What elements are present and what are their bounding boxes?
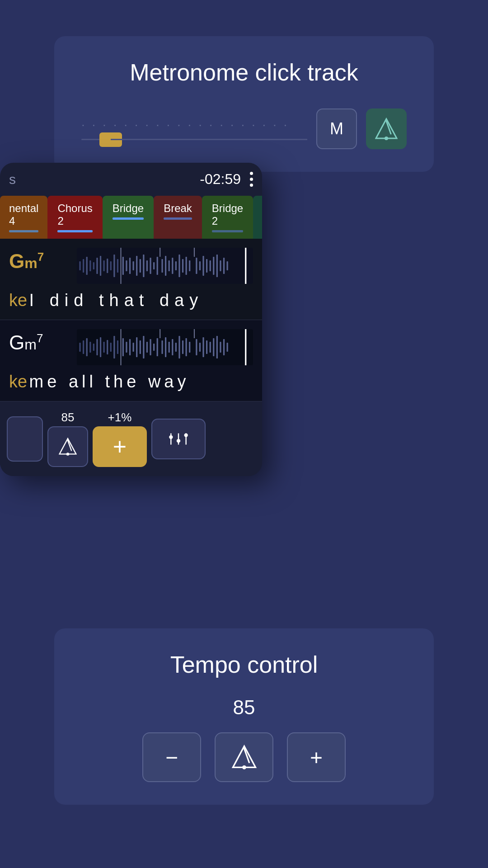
svg-rect-79	[178, 336, 180, 359]
more-dot-3	[250, 184, 253, 187]
svg-rect-33	[178, 255, 180, 277]
svg-rect-56	[103, 342, 105, 353]
m-button-label: M	[330, 119, 343, 138]
svg-rect-49	[79, 343, 80, 352]
metronome-small-icon	[59, 437, 77, 457]
tab-bridge2[interactable]: Bridge 2	[202, 196, 253, 239]
mixer-button[interactable]	[151, 419, 206, 459]
svg-rect-9	[100, 256, 101, 276]
add-btn-group: +1% +	[93, 410, 147, 467]
svg-rect-11	[107, 259, 108, 273]
svg-point-106	[242, 765, 246, 769]
waveform-svg-1	[77, 248, 253, 284]
tab-break[interactable]: Break	[154, 196, 202, 239]
svg-rect-53	[93, 344, 94, 351]
more-button[interactable]	[250, 172, 253, 187]
chord-label-1: Gm7	[9, 250, 44, 272]
svg-rect-23	[146, 260, 148, 271]
metronome-panel: Metronome click track · · · · · · · · · …	[54, 36, 434, 172]
svg-rect-14	[117, 259, 118, 273]
svg-rect-24	[150, 258, 151, 274]
tempo-value: 85	[81, 696, 407, 719]
svg-rect-82	[189, 342, 190, 353]
svg-rect-47	[227, 261, 228, 270]
metronome-slider-container: · · · · · · · · · · · · · · · · · · · ·	[81, 118, 307, 140]
svg-rect-32	[175, 261, 177, 270]
svg-rect-22	[143, 255, 144, 277]
svg-rect-6	[89, 260, 91, 271]
svg-rect-50	[83, 340, 84, 354]
tab-instrumental4[interactable]: nental 4	[0, 196, 47, 239]
svg-point-103	[184, 433, 188, 437]
m-button[interactable]: M	[316, 108, 357, 149]
svg-rect-40	[202, 256, 204, 276]
player-bottom-controls: 85 +1% +	[0, 401, 262, 476]
add-icon: +	[113, 433, 127, 460]
tempo-metronome-button[interactable]	[215, 732, 273, 782]
left-spacer-btn[interactable]	[7, 416, 43, 462]
svg-rect-60	[117, 340, 118, 354]
svg-rect-30	[169, 260, 170, 271]
tempo-title: Tempo control	[81, 651, 407, 678]
tab-chorus2[interactable]: Chorus 2	[47, 196, 102, 239]
svg-rect-34	[182, 259, 183, 273]
player-panel: s -02:59 nental 4 Chorus 2 Bridge Break …	[0, 163, 262, 476]
tempo-metronome-icon	[232, 744, 257, 771]
svg-rect-10	[103, 260, 105, 271]
svg-rect-52	[89, 342, 91, 353]
tab-outro[interactable]: Outro	[253, 196, 262, 239]
svg-rect-84	[196, 339, 197, 355]
svg-rect-26	[157, 257, 158, 275]
svg-rect-18	[129, 258, 131, 274]
mixer-icon	[167, 429, 190, 449]
svg-rect-46	[223, 258, 225, 274]
svg-rect-51	[86, 338, 88, 356]
metronome-small-btn[interactable]	[47, 426, 88, 467]
svg-rect-75	[165, 337, 166, 357]
track-row-2: Gm7	[0, 320, 262, 401]
tab-instrumental4-bar	[9, 230, 38, 232]
svg-rect-69	[146, 342, 148, 353]
svg-rect-65	[133, 343, 134, 352]
tab-bridge[interactable]: Bridge	[103, 196, 154, 239]
svg-rect-74	[161, 340, 163, 354]
svg-rect-78	[175, 343, 177, 352]
svg-rect-41	[206, 259, 207, 273]
tempo-minus-button[interactable]: −	[142, 732, 201, 782]
tempo-controls: − +	[81, 732, 407, 782]
svg-rect-16	[122, 257, 124, 275]
lyrics-2: ke me all the way	[9, 372, 253, 392]
svg-rect-57	[107, 340, 108, 354]
svg-rect-25	[153, 262, 155, 269]
metronome-title: Metronome click track	[81, 59, 407, 86]
svg-rect-28	[161, 259, 163, 273]
chord-label-2: Gm7	[9, 331, 43, 354]
svg-rect-58	[110, 343, 112, 352]
tempo-small-value: 85	[61, 410, 75, 425]
tab-bridge-label: Bridge	[113, 202, 144, 214]
tempo-plus-button[interactable]: +	[287, 732, 346, 782]
tempo-offset-label: +1%	[108, 410, 132, 425]
player-topbar: s -02:59	[0, 163, 262, 196]
metronome-slider-track[interactable]	[81, 139, 307, 140]
add-button[interactable]: +	[93, 426, 147, 467]
svg-rect-29	[165, 256, 166, 276]
svg-point-2	[385, 137, 388, 140]
svg-rect-38	[196, 258, 197, 274]
svg-rect-17	[126, 260, 127, 271]
metronome-triangle-icon	[375, 117, 398, 142]
svg-rect-63	[126, 342, 127, 353]
tempo-minus-label: −	[165, 745, 178, 770]
svg-rect-66	[136, 337, 137, 357]
svg-rect-19	[133, 261, 134, 270]
svg-rect-36	[189, 260, 190, 271]
svg-rect-92	[223, 339, 225, 355]
waveform-svg-2	[77, 329, 253, 365]
metronome-icon-button[interactable]	[366, 108, 407, 149]
svg-rect-64	[129, 339, 131, 355]
svg-rect-71	[153, 344, 155, 351]
tab-instrumental4-label: nental 4	[9, 202, 38, 227]
svg-rect-68	[143, 336, 144, 359]
tab-bridge2-label: Bridge 2	[212, 202, 243, 227]
svg-rect-59	[113, 336, 115, 359]
